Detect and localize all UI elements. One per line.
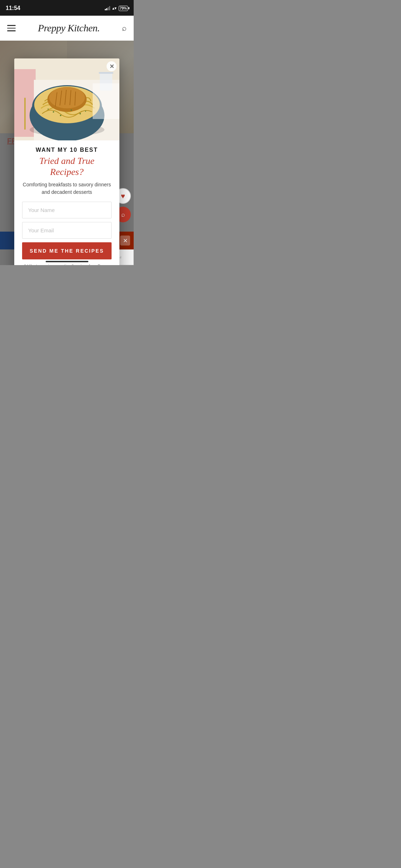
subscription-modal: ✕ WANT MY 10 BEST Tried and True Recipes… bbox=[14, 58, 119, 265]
svg-rect-22 bbox=[99, 72, 113, 74]
name-input[interactable] bbox=[22, 202, 112, 218]
close-share-button[interactable]: ✕ bbox=[120, 236, 130, 246]
modal-title-top: WANT MY 10 BEST bbox=[22, 147, 112, 153]
close-share-icon: ✕ bbox=[123, 237, 128, 244]
status-time: 11:54 bbox=[6, 5, 20, 11]
header: Preppy Kitchen. ⌕ bbox=[0, 16, 134, 41]
status-bar: 11:54 ▴▾ 79% bbox=[0, 0, 134, 16]
svg-point-16 bbox=[71, 109, 72, 111]
email-input[interactable] bbox=[22, 222, 112, 239]
submit-button[interactable]: SEND ME THE RECIPES bbox=[22, 242, 112, 259]
site-logo: Preppy Kitchen. bbox=[38, 23, 99, 33]
heart-icon: ♥ bbox=[121, 192, 125, 200]
close-icon: ✕ bbox=[109, 63, 114, 70]
svg-point-17 bbox=[60, 115, 61, 116]
modal-content: WANT MY 10 BEST Tried and True Recipes? … bbox=[14, 140, 119, 265]
menu-button[interactable] bbox=[7, 25, 16, 31]
svg-point-9 bbox=[49, 87, 85, 108]
svg-point-18 bbox=[79, 113, 81, 114]
modal-title-cursive: Tried and True Recipes? bbox=[22, 155, 112, 177]
modal-food-image: ✕ bbox=[14, 58, 119, 140]
signal-icon bbox=[105, 6, 110, 10]
modal-close-button[interactable]: ✕ bbox=[107, 61, 117, 71]
modal-subtitle: Comforting breakfasts to savory dinners … bbox=[22, 181, 112, 196]
search-button[interactable]: ⌕ bbox=[122, 24, 127, 33]
wifi-icon: ▴▾ bbox=[112, 6, 117, 11]
svg-rect-3 bbox=[24, 98, 26, 130]
svg-point-15 bbox=[53, 111, 54, 113]
home-indicator bbox=[46, 261, 88, 262]
status-icons: ▴▾ 79% bbox=[105, 6, 128, 11]
svg-rect-23 bbox=[93, 83, 119, 119]
page-background: FRE... bbox=[0, 41, 134, 265]
svg-point-19 bbox=[48, 109, 49, 110]
svg-point-20 bbox=[85, 111, 86, 112]
modal-disclaimer: I'd like to receive more tips & recipes … bbox=[22, 264, 112, 265]
battery-icon: 79% bbox=[119, 6, 128, 11]
search-fab-icon: ⌕ bbox=[121, 211, 125, 218]
